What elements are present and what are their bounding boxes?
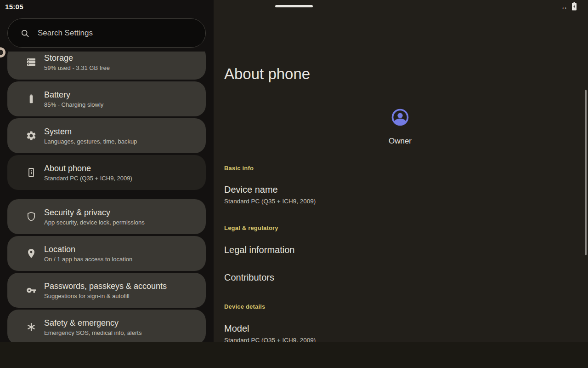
item-title: Device name [224, 184, 316, 195]
sidebar-item-storage[interactable]: Storage 59% used - 3.31 GB free [7, 52, 206, 80]
battery-icon [24, 93, 39, 104]
sidebar-item-title: Location [44, 245, 132, 254]
sidebar-item-title: Passwords, passkeys & accounts [44, 282, 167, 291]
sidebar-item-subtitle: On / 1 app has access to location [44, 256, 132, 263]
item-model[interactable]: Model Standard PC (Q35 + ICH9, 2009) [224, 323, 316, 344]
scrollbar[interactable] [585, 90, 587, 255]
sidebar-item-subtitle: Standard PC (Q35 + ICH9, 2009) [44, 175, 132, 182]
item-legal-information[interactable]: Legal information [224, 245, 294, 255]
item-contributors[interactable]: Contributors [224, 272, 274, 283]
sidebar-item-title: Safety & emergency [44, 318, 141, 328]
ethernet-icon: ↔ [561, 3, 568, 11]
about-phone-pane: ↔ About phone Owner Basic info Device na… [214, 0, 588, 342]
owner-profile[interactable]: Owner [373, 107, 428, 146]
battery-charging-icon [571, 2, 577, 11]
asterisk-icon [24, 322, 39, 333]
status-icons: ↔ [561, 2, 577, 11]
search-placeholder: Search Settings [38, 29, 93, 38]
sidebar-item-about-phone[interactable]: About phone Standard PC (Q35 + ICH9, 200… [7, 155, 206, 190]
shield-icon [24, 211, 39, 222]
sidebar-item-subtitle: 59% used - 3.31 GB free [44, 64, 110, 71]
camera-notch-pill [275, 5, 313, 7]
sidebar-item-subtitle: Emergency SOS, medical info, alerts [44, 329, 141, 336]
page-title: About phone [224, 65, 310, 83]
sidebar-item-title: Security & privacy [44, 208, 145, 218]
item-title: Model [224, 323, 316, 334]
section-header-legal: Legal & regulatory [224, 224, 278, 231]
key-icon [24, 285, 39, 296]
section-header-device-details: Device details [224, 303, 266, 310]
phone-info-icon [24, 167, 39, 178]
sidebar-item-subtitle: Suggestions for sign-in & autofill [44, 293, 167, 299]
search-icon [20, 29, 30, 38]
item-device-name[interactable]: Device name Standard PC (Q35 + ICH9, 200… [224, 184, 316, 205]
status-clock: 15:05 [5, 3, 23, 11]
sidebar-item-title: System [44, 127, 137, 137]
sidebar-list: Storage 59% used - 3.31 GB free Battery … [0, 52, 214, 342]
gear-icon [24, 130, 39, 141]
sidebar-item-safety-emergency[interactable]: Safety & emergency Emergency SOS, medica… [7, 310, 206, 342]
sidebar-item-subtitle: App security, device lock, permissions [44, 219, 145, 226]
sidebar-item-system[interactable]: System Languages, gestures, time, backup [7, 118, 206, 153]
sidebar-item-location[interactable]: Location On / 1 app has access to locati… [7, 236, 206, 271]
item-title: Legal information [224, 245, 294, 255]
screen: 15:05 Search Settings Storage 59% used -… [0, 0, 588, 368]
sidebar-item-subtitle: Languages, gestures, time, backup [44, 138, 137, 145]
sidebar-item-battery[interactable]: Battery 85% - Charging slowly [7, 81, 206, 116]
search-input[interactable]: Search Settings [7, 18, 206, 48]
owner-avatar-icon [390, 107, 410, 129]
sidebar-item-title: Battery [44, 90, 103, 100]
sidebar-item-security-privacy[interactable]: Security & privacy App security, device … [7, 199, 206, 234]
owner-label: Owner [389, 137, 412, 146]
item-subtitle: Standard PC (Q35 + ICH9, 2009) [224, 198, 316, 205]
sidebar-item-title: About phone [44, 164, 132, 173]
item-title: Contributors [224, 272, 274, 283]
storage-icon [24, 57, 39, 68]
taskbar: 31 [0, 342, 588, 368]
settings-sidebar: 15:05 Search Settings Storage 59% used -… [0, 0, 214, 342]
sidebar-item-passwords-accounts[interactable]: Passwords, passkeys & accounts Suggestio… [7, 273, 206, 308]
sidebar-item-title: Storage [44, 53, 110, 63]
section-header-basic-info: Basic info [224, 165, 254, 172]
sidebar-item-subtitle: 85% - Charging slowly [44, 101, 103, 108]
location-pin-icon [24, 248, 39, 259]
